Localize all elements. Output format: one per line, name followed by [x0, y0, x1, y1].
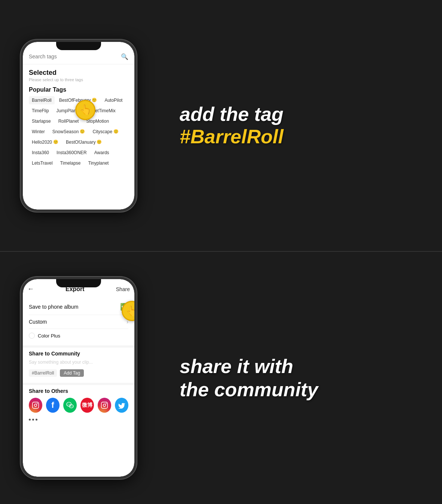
tag-timelapse[interactable]: Timelapse	[57, 159, 84, 167]
social-icons-row: f 微博	[29, 398, 128, 413]
svg-point-3	[67, 402, 71, 406]
export-section: Save to phone album ✅ Custom › Color Plu…	[23, 296, 134, 345]
custom-row[interactable]: Custom ›	[29, 315, 128, 329]
svg-point-4	[68, 404, 68, 404]
tag-cityscape[interactable]: Cityscape 🙂	[89, 128, 122, 136]
selected-title: Selected	[29, 69, 128, 77]
tag-bestofjanuary[interactable]: BestOfJanuary 🙂	[63, 138, 105, 146]
svg-point-5	[69, 404, 70, 404]
instagram-icon[interactable]	[29, 398, 42, 413]
svg-point-2	[37, 403, 38, 404]
selected-subtitle: Please select up to three tags	[29, 77, 128, 82]
color-plus-label: Color Plus	[38, 333, 60, 339]
add-tag-button[interactable]: Add Tag	[60, 369, 84, 377]
popular-tags-title: Popular Tags	[29, 86, 128, 93]
bottom-text-area: share it with the community	[157, 340, 442, 416]
top-headline-line1: add the tag	[180, 103, 283, 126]
svg-point-10	[103, 404, 106, 407]
save-to-phone-label: Save to phone album	[29, 304, 78, 310]
bottom-headline: share it with the community	[180, 355, 318, 401]
panel-top: 🔍 Selected Please select up to three tag…	[0, 0, 442, 252]
bottom-headline-line2: the community	[180, 378, 318, 401]
say-something-placeholder: Say something about your clip...	[29, 360, 128, 365]
search-bar[interactable]: 🔍	[23, 49, 134, 64]
top-headline: add the tag #BarrelRoll	[180, 103, 283, 148]
facebook-icon[interactable]: f	[46, 398, 60, 413]
tag-starlapse[interactable]: Starlapse	[29, 117, 54, 125]
color-plus-checkbox[interactable]	[29, 333, 35, 339]
color-plus-row[interactable]: Color Plus	[29, 329, 128, 342]
phone-mockup-bottom: ← Export Share Save to phone album ✅ Cus…	[21, 277, 137, 479]
tag-barrelroll[interactable]: BarrelRoll	[29, 96, 55, 104]
phone-wrap-top: 🔍 Selected Please select up to three tag…	[0, 0, 157, 251]
tag-insta360[interactable]: Insta360	[29, 149, 52, 157]
svg-point-7	[70, 406, 71, 407]
share-community-section: Share to Community Say something about y…	[23, 345, 134, 383]
phone-notch-bottom	[56, 279, 101, 287]
panel-bottom: ← Export Share Save to phone album ✅ Cus…	[0, 252, 442, 504]
svg-rect-9	[101, 402, 108, 409]
phone-mockup-top: 🔍 Selected Please select up to three tag…	[21, 40, 137, 212]
nav-share-button[interactable]: Share	[116, 286, 130, 292]
phone-screen-top: 🔍 Selected Please select up to three tag…	[23, 42, 134, 210]
top-text-area: add the tag #BarrelRoll	[157, 88, 442, 163]
share-others-section: Share to Others f 微博	[23, 383, 134, 416]
nav-back-button[interactable]: ←	[27, 285, 34, 293]
tag-snowseason[interactable]: SnowSeason 🙂	[49, 128, 88, 136]
dot2	[32, 419, 34, 421]
cursor-hand-top: 👆	[75, 100, 95, 120]
share-others-title: Share to Others	[29, 388, 128, 394]
tag-letstravel[interactable]: LetsTravel	[29, 159, 56, 167]
tag-insta360oner[interactable]: Insta360ONER	[54, 149, 90, 157]
phone-screen-bottom: ← Export Share Save to phone album ✅ Cus…	[23, 279, 134, 477]
search-icon: 🔍	[121, 53, 128, 60]
tag-winter[interactable]: Winter	[29, 128, 48, 136]
phone-wrap-bottom: ← Export Share Save to phone album ✅ Cus…	[0, 252, 157, 504]
tag-autopilot[interactable]: AutoPilot	[101, 96, 125, 104]
three-dots	[23, 416, 134, 424]
svg-point-11	[106, 403, 107, 404]
search-input[interactable]	[29, 54, 121, 59]
tag-tinyplanet[interactable]: Tinyplanet	[85, 159, 112, 167]
tag-awards[interactable]: Awards	[91, 149, 112, 157]
popular-tags-section: Popular Tags BarrelRoll BestOfFebruary 🙂…	[23, 83, 134, 170]
tag-hello2020[interactable]: Hello2020 🙂	[29, 138, 61, 146]
phone-notch	[56, 42, 101, 50]
tag-rollplanet[interactable]: RollPlanet	[55, 117, 82, 125]
dot3	[36, 419, 37, 421]
tag-row: #BarrelRoll Add Tag	[29, 369, 128, 377]
custom-label: Custom	[29, 319, 47, 325]
dot1	[29, 419, 31, 421]
wechat-icon[interactable]	[63, 398, 77, 413]
bottom-headline-line1: share it with	[180, 355, 318, 378]
weibo-icon[interactable]: 微博	[80, 398, 94, 413]
tag-chip: #BarrelRoll	[29, 369, 57, 377]
svg-point-8	[72, 406, 73, 407]
selected-section: Selected Please select up to three tags	[23, 64, 134, 83]
instagram2-icon[interactable]	[98, 398, 111, 413]
share-community-title: Share to Community	[29, 351, 128, 357]
svg-rect-0	[33, 402, 39, 409]
svg-point-1	[34, 404, 37, 407]
save-to-phone-row[interactable]: Save to phone album ✅	[29, 299, 128, 315]
twitter-icon[interactable]	[115, 398, 128, 413]
tag-timeflip[interactable]: TimeFlip	[29, 107, 52, 115]
top-headline-line2: #BarrelRoll	[180, 126, 283, 148]
